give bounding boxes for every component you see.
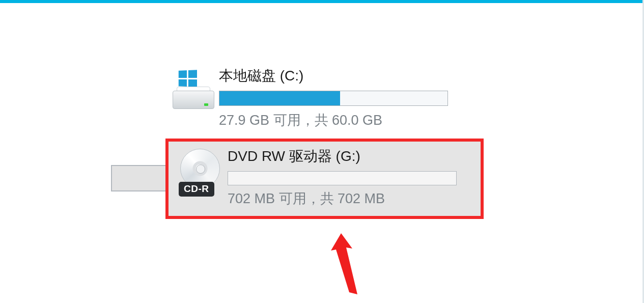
- drive-g-body: DVD RW 驱动器 (G:) 702 MB 可用，共 702 MB: [228, 145, 475, 208]
- drive-c-capacity-bar: [219, 91, 448, 106]
- drive-item-g[interactable]: CD-R DVD RW 驱动器 (G:) 702 MB 可用，共 702 MB: [169, 142, 481, 216]
- drive-item-c[interactable]: 本地磁盘 (C:) 27.9 GB 可用，共 60.0 GB: [168, 66, 479, 129]
- window-accent-bar: [0, 0, 644, 3]
- drive-c-icon-wrap: [168, 66, 219, 109]
- drive-g-capacity-bar: [228, 171, 457, 185]
- drive-c-capacity-fill: [219, 91, 340, 105]
- svg-marker-0: [331, 233, 357, 294]
- windows-logo-icon: [179, 70, 197, 87]
- optical-disc-icon: CD-R: [178, 149, 221, 196]
- drive-g-icon-wrap: CD-R: [172, 145, 228, 196]
- adjacent-panel-stub: [111, 165, 166, 191]
- disc-type-badge: CD-R: [179, 182, 214, 197]
- drive-item-g-highlight-box: CD-R DVD RW 驱动器 (G:) 702 MB 可用，共 702 MB: [165, 139, 484, 219]
- drive-g-name: DVD RW 驱动器 (G:): [228, 147, 475, 166]
- hard-disk-icon: [173, 77, 214, 109]
- drive-c-body: 本地磁盘 (C:) 27.9 GB 可用，共 60.0 GB: [219, 66, 479, 129]
- drive-c-detail: 27.9 GB 可用，共 60.0 GB: [219, 111, 479, 129]
- drive-g-detail: 702 MB 可用，共 702 MB: [228, 189, 475, 208]
- drive-c-name: 本地磁盘 (C:): [219, 66, 479, 86]
- annotation-arrow-icon: [321, 229, 377, 300]
